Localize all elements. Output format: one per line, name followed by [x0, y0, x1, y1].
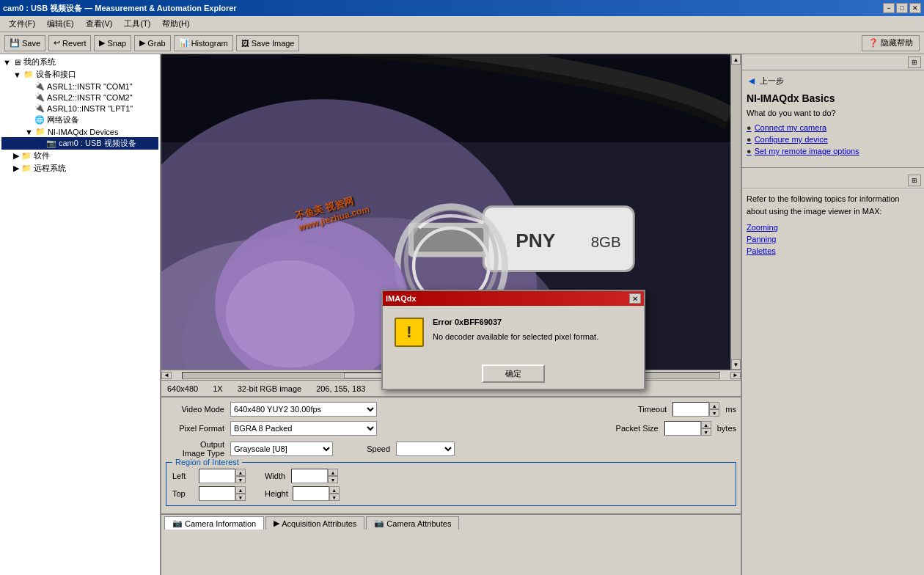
dialog-title-bar: IMAQdx ✕: [383, 291, 644, 306]
error-dialog: IMAQdx ✕ ! Error 0xBFF69037 No decoder a…: [381, 290, 645, 390]
dialog-overlay: IMAQdx ✕ ! Error 0xBFF69037 No decoder a…: [0, 0, 924, 575]
dialog-body: ! Error 0xBFF69037 No decoder available …: [383, 306, 644, 359]
dialog-ok-button[interactable]: 确定: [482, 365, 545, 383]
dialog-footer: 确定: [383, 359, 644, 389]
dialog-close-button[interactable]: ✕: [629, 293, 641, 304]
dialog-message: No decoder available for selected pixel …: [433, 331, 632, 343]
dialog-error-code: Error 0xBFF69037: [433, 318, 632, 326]
dialog-text-area: Error 0xBFF69037 No decoder available fo…: [433, 318, 632, 343]
dialog-title: IMAQdx: [386, 294, 417, 303]
dialog-warning-icon: !: [395, 318, 424, 347]
